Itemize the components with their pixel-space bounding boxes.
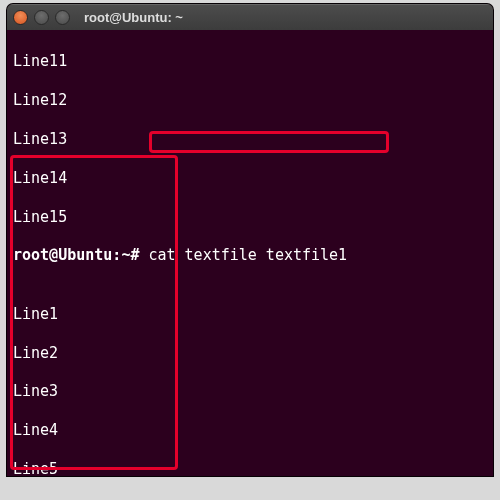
output-line: Line1 bbox=[13, 305, 487, 324]
close-icon[interactable] bbox=[13, 10, 28, 25]
output-line: Line12 bbox=[13, 91, 487, 110]
output-line: Line13 bbox=[13, 130, 487, 149]
minimize-icon[interactable] bbox=[34, 10, 49, 25]
output-line: Line11 bbox=[13, 52, 487, 71]
window-title: root@Ubuntu: ~ bbox=[84, 10, 183, 25]
output-line: Line2 bbox=[13, 344, 487, 363]
prompt-user: root@Ubuntu bbox=[13, 246, 112, 264]
output-line: Line3 bbox=[13, 382, 487, 401]
command-text: cat textfile textfile1 bbox=[148, 246, 347, 264]
terminal-body[interactable]: Line11 Line12 Line13 Line14 Line15 root@… bbox=[7, 30, 493, 476]
maximize-icon[interactable] bbox=[55, 10, 70, 25]
output-line: Line4 bbox=[13, 421, 487, 440]
titlebar[interactable]: root@Ubuntu: ~ bbox=[7, 4, 493, 30]
output-line: Line14 bbox=[13, 169, 487, 188]
output-line: Line15 bbox=[13, 208, 487, 227]
prompt-line: root@Ubuntu:~# cat textfile textfile1 bbox=[13, 246, 487, 265]
output-line: Line5 bbox=[13, 460, 487, 477]
prompt-mark: # bbox=[130, 246, 139, 264]
terminal-window: root@Ubuntu: ~ Line11 Line12 Line13 Line… bbox=[6, 3, 494, 477]
